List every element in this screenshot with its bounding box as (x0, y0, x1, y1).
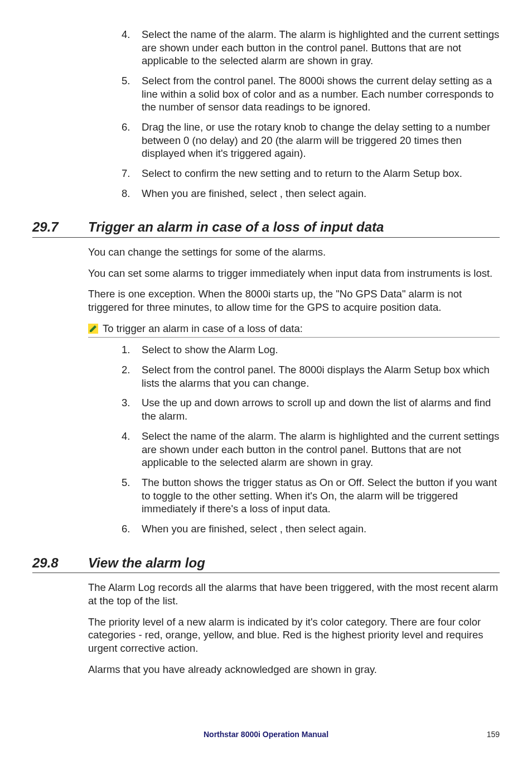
step-number: 7. (122, 167, 142, 180)
section-heading-29-8: 29.8 View the alarm log (32, 555, 500, 574)
section-number: 29.7 (32, 219, 88, 236)
section-title: Trigger an alarm in case of a loss of in… (88, 219, 384, 236)
step-number: 1. (122, 343, 142, 357)
step-text: When you are finished, select , then sel… (142, 187, 500, 200)
paragraph: The Alarm Log records all the alarms tha… (88, 581, 500, 607)
section-heading-29-7: 29.7 Trigger an alarm in case of a loss … (32, 219, 500, 238)
page-footer: Northstar 8000i Operation Manual 159 (0, 730, 532, 740)
paragraph: You can set some alarms to trigger immed… (88, 267, 500, 280)
step-number: 8. (122, 187, 142, 200)
step-number: 5. (122, 476, 142, 516)
step-text: Select to show the Alarm Log. (142, 343, 500, 357)
footer-page-number: 159 (487, 730, 500, 740)
list-item: 6. Drag the line, or use the rotary knob… (122, 121, 500, 160)
step-number: 2. (122, 363, 142, 389)
paragraph: Alarms that you have already acknowledge… (88, 663, 500, 676)
pencil-icon (88, 324, 98, 334)
list-item: 2. Select from the control panel. The 80… (122, 363, 500, 389)
list-item: 6. When you are finished, select , then … (122, 522, 500, 536)
list-item: 8. When you are finished, select , then … (122, 187, 500, 200)
step-number: 4. (122, 430, 142, 469)
list-item: 4. Select the name of the alarm. The ala… (122, 28, 500, 68)
step-text: Select from the control panel. The 8000i… (142, 363, 500, 389)
section-29-7-step-list: 1. Select to show the Alarm Log. 2. Sele… (122, 343, 500, 535)
top-step-list: 4. Select the name of the alarm. The ala… (122, 28, 500, 200)
step-text: Select to confirm the new setting and to… (142, 167, 500, 180)
section-title: View the alarm log (88, 555, 205, 572)
step-text: Select the name of the alarm. The alarm … (142, 430, 500, 469)
paragraph: The priority level of a new alarm is ind… (88, 615, 500, 655)
list-item: 3. Use the up and down arrows to scroll … (122, 396, 500, 422)
step-number: 4. (122, 28, 142, 68)
step-text: When you are finished, select , then sel… (142, 522, 500, 536)
task-intro: To trigger an alarm in case of a loss of… (88, 322, 500, 338)
paragraph: There is one exception. When the 8000i s… (88, 287, 500, 314)
paragraph: You can change the settings for some of … (88, 246, 500, 259)
section-number: 29.8 (32, 555, 88, 572)
step-text: Use the up and down arrows to scroll up … (142, 396, 500, 422)
step-number: 5. (122, 74, 142, 114)
task-text: To trigger an alarm in case of a loss of… (103, 322, 303, 335)
list-item: 7. Select to confirm the new setting and… (122, 167, 500, 180)
footer-manual-title: Northstar 8000i Operation Manual (204, 730, 328, 739)
step-text: The button shows the trigger status as O… (142, 476, 500, 516)
step-text: Select from the control panel. The 8000i… (142, 74, 500, 114)
step-number: 6. (122, 121, 142, 160)
list-item: 5. Select from the control panel. The 80… (122, 74, 500, 114)
step-number: 6. (122, 522, 142, 536)
page-content: 4. Select the name of the alarm. The ala… (32, 28, 500, 676)
list-item: 5. The button shows the trigger status a… (122, 476, 500, 516)
list-item: 4. Select the name of the alarm. The ala… (122, 430, 500, 469)
step-text: Drag the line, or use the rotary knob to… (142, 121, 500, 160)
list-item: 1. Select to show the Alarm Log. (122, 343, 500, 357)
step-text: Select the name of the alarm. The alarm … (142, 28, 500, 68)
step-number: 3. (122, 396, 142, 422)
